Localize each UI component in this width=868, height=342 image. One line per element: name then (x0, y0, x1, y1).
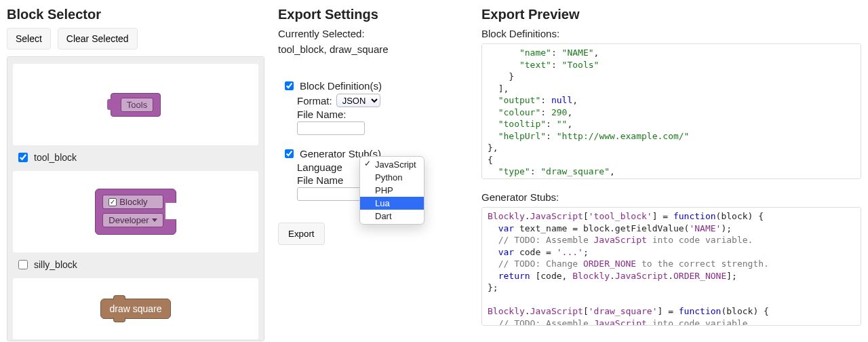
language-dropdown[interactable]: JavaScript Python PHP Lua Dart (359, 156, 425, 225)
block-preview-silly-block: ✓Blockly Developer (13, 171, 258, 252)
generator-stubs-code[interactable]: Blockly.JavaScript['tool_block'] = funct… (481, 207, 861, 326)
block-draw-square-icon: draw square (100, 299, 170, 319)
format-label: Format: (297, 95, 332, 107)
block-label-tool-block: tool_block (34, 152, 77, 163)
blockdef-filename-label: File Name: (297, 109, 347, 120)
generator-filename-input[interactable] (297, 187, 365, 201)
blockdef-checkbox[interactable] (285, 81, 294, 90)
block-label-silly-block: silly_block (34, 259, 77, 270)
select-button[interactable]: Select (7, 28, 51, 50)
block-silly-icon: ✓Blockly Developer (95, 189, 176, 235)
block-selector-title: Block Selector (7, 7, 264, 22)
generator-filename-label: File Name (297, 174, 343, 186)
export-button[interactable]: Export (278, 223, 325, 245)
block-preview-tool-block: Tools (13, 64, 258, 145)
format-select[interactable]: JSON (336, 94, 380, 107)
currently-selected-value: tool_block, draw_square (278, 43, 468, 55)
block-checkbox-tool-block[interactable] (18, 153, 28, 162)
generator-checkbox[interactable] (285, 149, 294, 158)
export-settings-title: Export Settings (278, 7, 468, 22)
language-option-php[interactable]: PHP (360, 184, 424, 197)
chevron-down-icon (152, 218, 157, 222)
language-label: Language (297, 162, 342, 173)
block-tools-icon: Tools (111, 93, 161, 117)
block-definitions-code[interactable]: "name": "NAME", "text": "Tools" } ], "ou… (481, 43, 861, 179)
language-option-javascript[interactable]: JavaScript (360, 158, 424, 171)
blockdef-label: Block Definition(s) (300, 80, 382, 92)
block-preview-draw-square: draw square (13, 278, 258, 339)
block-checkbox-silly-block[interactable] (18, 260, 28, 269)
language-option-lua[interactable]: Lua (360, 197, 424, 210)
export-preview-title: Export Preview (481, 7, 861, 22)
language-option-python[interactable]: Python (360, 171, 424, 184)
clear-selected-button[interactable]: Clear Selected (58, 28, 138, 50)
block-list-panel: Tools tool_block ✓Blockly Developer sill… (7, 56, 264, 341)
block-definitions-label: Block Definitions: (481, 28, 861, 39)
blockdef-filename-input[interactable] (297, 121, 365, 135)
currently-selected-label: Currently Selected: (278, 28, 468, 39)
language-option-dart[interactable]: Dart (360, 210, 424, 223)
generator-stubs-label: Generator Stubs: (481, 191, 861, 203)
